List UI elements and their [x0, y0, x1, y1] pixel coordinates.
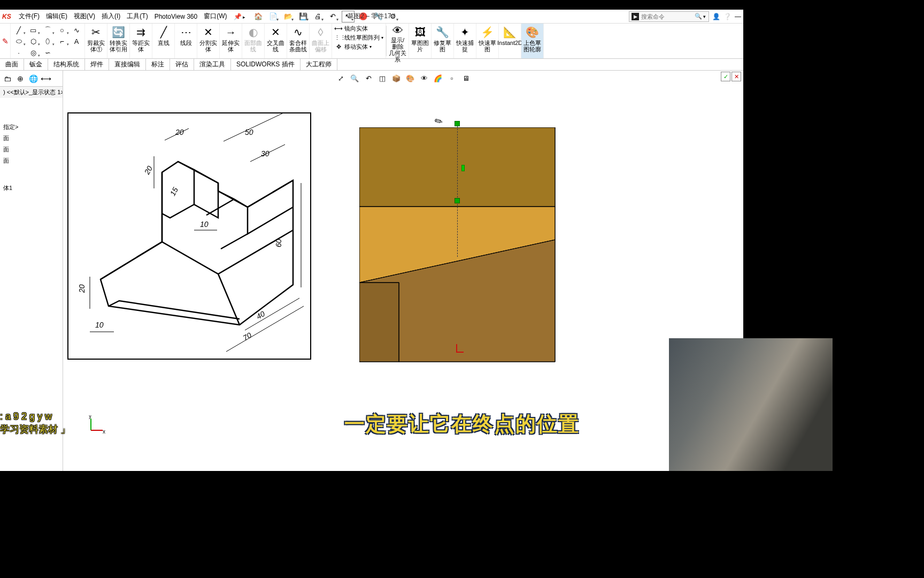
construction-centerline [457, 123, 458, 257]
view-settings-icon[interactable]: 🖥 [460, 73, 471, 83]
rapid-sketch[interactable]: ⚡快速草图 [476, 24, 499, 58]
rect-tool-icon[interactable]: ▭ [26, 25, 40, 35]
config-tab-icon[interactable]: 🌐 [28, 73, 38, 84]
zoom-area-icon[interactable]: 🔍 [349, 73, 360, 83]
sketch-relation-marker [461, 165, 465, 171]
mirror-entities[interactable]: ⟷镜向实体 [334, 25, 383, 33]
exit-sketch-icon[interactable]: ✎ [0, 24, 11, 58]
trim-entities[interactable]: ✂剪裁实体① [85, 24, 107, 58]
open-icon[interactable]: 📂 [282, 11, 295, 22]
slot-tool-icon[interactable]: ⬭ [12, 36, 26, 47]
tab-annotate[interactable]: 标注 [146, 59, 170, 70]
section-icon[interactable]: ◫ [377, 73, 388, 83]
print-icon[interactable]: 🖨 [312, 11, 325, 22]
menu-insert[interactable]: 插入(I) [98, 11, 124, 22]
polygon-tool-icon[interactable]: ⬡ [26, 36, 40, 47]
menu-file[interactable]: 文件(F) [16, 11, 43, 22]
display-state-header[interactable]: ) <<默认>_显示状态 1> [0, 87, 63, 98]
convert-entities[interactable]: 🔄转换实体引用 [107, 24, 130, 58]
tab-weldment[interactable]: 焊件 [85, 59, 109, 70]
ribbon: ✎ ╱ ▭ ⌒ ○ ∿ ⬭ ⬡ ⬯ ⌐ A · ◎ ∽ ✂剪裁实体① 🔄转换实体… [0, 24, 743, 59]
search-input[interactable] [641, 13, 695, 20]
tab-plugin[interactable]: SOLIDWORKS 插件 [231, 59, 301, 70]
quick-snap[interactable]: ✦快速捕捉 [454, 24, 476, 58]
undo-icon[interactable]: ↶ [327, 11, 340, 22]
face-curve: ◐面部曲线 [242, 24, 265, 58]
appearance-icon[interactable]: 🌈 [433, 73, 443, 83]
search-dropdown-icon[interactable]: ▾ [703, 14, 706, 19]
view-triad: y x [84, 415, 106, 439]
menu-pin[interactable]: 📌▸ [230, 12, 249, 21]
tree-plane-2[interactable]: 面 [0, 144, 63, 155]
menu-view[interactable]: 视图(V) [71, 11, 98, 22]
sketch-endpoint-handle[interactable] [455, 121, 460, 126]
search-icon[interactable]: 🔍 [695, 13, 702, 20]
repair-sketch[interactable]: 🔧修复草图 [432, 24, 454, 58]
hide-show-icon[interactable]: 👁 [419, 73, 429, 83]
tree-plane-1[interactable]: 面 [0, 133, 63, 144]
circle-tool-icon[interactable]: ○ [55, 25, 69, 35]
instant-2d[interactable]: 📐Instant2D [499, 24, 521, 58]
svg-line-3 [224, 113, 282, 141]
sketch-endpoint-handle-2[interactable] [455, 198, 460, 203]
offset-entities[interactable]: ⇉等距实体 [130, 24, 152, 58]
menu-window[interactable]: 窗口(W) [201, 11, 230, 22]
shaded-sketch[interactable]: 🎨上色草图轮廓 [521, 24, 544, 58]
display-style-icon[interactable]: 🎨 [405, 73, 415, 83]
tab-engineer[interactable]: 大工程师 [301, 59, 337, 70]
app-brand: KS [2, 13, 11, 20]
scene-icon[interactable]: ▫ [446, 73, 457, 83]
tab-sheetmetal[interactable]: 钣金 [24, 59, 48, 70]
show-relations[interactable]: 👁显示/删除几何关系 [387, 24, 409, 58]
tab-evaluate[interactable]: 评估 [170, 59, 194, 70]
segment-cmd[interactable]: ⋯线段 [175, 24, 197, 58]
user-icon[interactable]: 👤 [712, 13, 720, 20]
tree-unspecified[interactable]: 指定> [0, 121, 63, 133]
tab-render[interactable]: 渲染工具 [194, 59, 231, 70]
tab-surface[interactable]: 曲面 [0, 59, 24, 70]
ellipse-tool-icon[interactable]: ⬯ [41, 36, 55, 47]
menu-photoview[interactable]: PhotoView 360 [151, 12, 201, 21]
sketch-picture[interactable]: 🖼草图图片 [409, 24, 432, 58]
prev-view-icon[interactable]: ↶ [363, 73, 374, 83]
help-icon[interactable]: ❔ [723, 13, 732, 20]
new-icon[interactable]: 📄 [267, 11, 280, 22]
donut-tool-icon[interactable]: ◎ [26, 47, 40, 58]
linear-pattern[interactable]: ⋮⋮线性草图阵列 ▾ [334, 34, 383, 42]
view-orient-icon[interactable]: 📦 [391, 73, 402, 83]
sketch-shape-tools: ╱ ▭ ⌒ ○ ∿ ⬭ ⬡ ⬯ ⌐ A · ◎ ∽ [11, 24, 85, 58]
tree-tab-icon[interactable]: 🗀 [2, 73, 13, 84]
minimize-icon[interactable]: — [735, 13, 741, 20]
zoom-fit-icon[interactable]: ⤢ [335, 73, 346, 83]
tree-body[interactable]: 体1 [0, 182, 63, 194]
line-tool-icon[interactable]: ╱ [12, 25, 26, 35]
reference-drawing: 20 50 30 20 15 10 60 20 10 [67, 112, 311, 360]
cancel-sketch-icon[interactable]: ✕ [732, 72, 741, 81]
dim-tab-icon[interactable]: ⟷ [41, 73, 51, 84]
arc-tool-icon[interactable]: ⌒ [41, 25, 55, 35]
tab-structsys[interactable]: 结构系统 [48, 59, 85, 70]
svg-text:60: 60 [274, 239, 283, 247]
split-cmd[interactable]: ✕分割实体 [197, 24, 220, 58]
move-entities[interactable]: ✥移动实体 ▾ [334, 43, 383, 51]
text-tool-icon[interactable]: A [70, 36, 83, 47]
menu-tools[interactable]: 工具(T) [124, 11, 151, 22]
intersect-curve[interactable]: ✕交叉曲线 [265, 24, 287, 58]
spline-tool-icon[interactable]: ∿ [70, 25, 83, 35]
extend-cmd[interactable]: →延伸实体 [220, 24, 242, 58]
svg-text:20: 20 [78, 284, 86, 293]
home-icon[interactable]: 🏠 [252, 11, 265, 22]
sketch-confirm: ✓ ✕ [721, 72, 741, 81]
save-icon[interactable]: 💾 [297, 11, 310, 22]
confirm-sketch-icon[interactable]: ✓ [721, 72, 730, 81]
point-tool-icon[interactable]: · [12, 47, 26, 58]
search-box[interactable]: ▶ 🔍 ▾ [629, 11, 709, 22]
line-cmd[interactable]: ╱直线 [152, 24, 175, 58]
menu-edit[interactable]: 编辑(E) [43, 11, 71, 22]
tab-directedit[interactable]: 直接编辑 [109, 59, 146, 70]
property-tab-icon[interactable]: ⊕ [15, 73, 26, 84]
fit-spline[interactable]: ∿套合样条曲线 [287, 24, 310, 58]
tree-plane-3[interactable]: 面 [0, 155, 63, 166]
curve-tool-icon[interactable]: ∽ [41, 47, 55, 58]
fillet-tool-icon[interactable]: ⌐ [55, 36, 69, 47]
